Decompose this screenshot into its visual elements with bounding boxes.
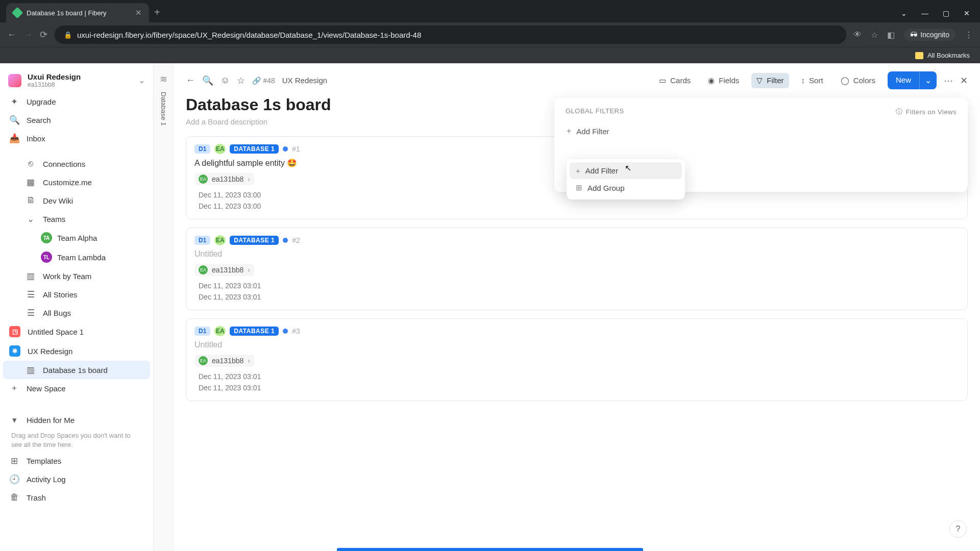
bottom-progress-bar — [337, 548, 643, 551]
back-icon[interactable]: ← — [7, 30, 16, 40]
emoji-button[interactable]: ☺ — [220, 75, 230, 86]
user-avatar-icon: EA — [199, 356, 208, 365]
lock-icon: 🔒 — [64, 31, 72, 39]
group-icon: ⊞ — [576, 183, 582, 192]
sidebar-teams[interactable]: ⌄Teams — [0, 210, 153, 228]
card-number: #2 — [292, 236, 300, 244]
sidebar-templates[interactable]: ⊞Templates — [0, 452, 153, 470]
board-card[interactable]: D1 EA DATABASE 1 #3 Untitled EA ea131bb8… — [186, 318, 968, 401]
tag-d1: D1 — [194, 236, 210, 245]
forward-icon[interactable]: → — [23, 30, 33, 40]
browser-tab[interactable]: Database 1s board | Fibery ✕ — [6, 3, 149, 22]
help-fab[interactable]: ? — [949, 520, 967, 538]
plus-icon: + — [576, 166, 580, 175]
sidebar-ux-redesign[interactable]: ✱UX Redesign — [0, 341, 153, 361]
favicon-icon — [12, 7, 23, 19]
sort-button[interactable]: ↕Sort — [796, 73, 828, 88]
plus-icon: + — [567, 127, 571, 136]
doc-icon: 🗎 — [26, 195, 36, 206]
sidebar-new-space[interactable]: +New Space — [0, 379, 153, 397]
menu-icon[interactable]: ⋮ — [965, 30, 973, 40]
breadcrumb[interactable]: UX Redesign — [282, 76, 327, 85]
extensions-icon[interactable]: ◧ — [887, 30, 895, 40]
tag-ea-icon: EA — [214, 235, 226, 245]
sidebar-db1-board[interactable]: ▥Database 1s board — [3, 361, 150, 379]
sidebar-upgrade[interactable]: ✦Upgrade — [0, 92, 153, 111]
sidebar-work-by-team[interactable]: ▥Work by Team — [0, 267, 153, 285]
sidebar-inbox[interactable]: 📥Inbox — [0, 129, 153, 147]
team-avatar-icon: TA — [41, 232, 52, 243]
list-icon: ☰ — [26, 308, 36, 318]
address-bar[interactable]: 🔒 uxui-redesign.fibery.io/fibery/space/U… — [55, 26, 846, 44]
minimize-icon[interactable]: — — [921, 9, 928, 17]
user-avatar-icon: EA — [199, 265, 208, 274]
sidebar-search[interactable]: 🔍Search — [0, 111, 153, 129]
card-assignee[interactable]: EA ea131bb8 › — [194, 355, 254, 367]
back-button[interactable]: ← — [186, 75, 195, 86]
sidebar-team-lambda[interactable]: TLTeam Lambda — [0, 247, 153, 267]
help-icon: ⓘ — [896, 107, 903, 116]
list-icon: ☰ — [26, 289, 36, 299]
sidebar-customize[interactable]: ▦Customize.me — [0, 173, 153, 191]
inbox-icon: 📥 — [9, 133, 19, 143]
tag-d1: D1 — [194, 327, 210, 336]
column-strip[interactable]: ≋ Database 1 — [153, 63, 174, 551]
filter-panel-heading: GLOBAL FILTERS — [566, 107, 624, 116]
star-button[interactable]: ☆ — [237, 75, 245, 86]
sidebar-all-bugs[interactable]: ☰All Bugs — [0, 304, 153, 322]
fields-button[interactable]: ◉Fields — [703, 73, 744, 88]
trash-icon: 🗑 — [9, 492, 19, 503]
filters-on-views-link[interactable]: ⓘFilters on Views — [896, 107, 957, 116]
sidebar-all-stories[interactable]: ☰All Stories — [0, 285, 153, 304]
card-title: Untitled — [194, 340, 959, 349]
star-icon[interactable]: ☆ — [871, 30, 878, 40]
sidebar-connections[interactable]: ⎋Connections — [0, 155, 153, 173]
workspace-avatar-icon — [8, 74, 21, 87]
chevron-down-icon: ⌄ — [138, 76, 145, 85]
status-dot-icon — [283, 238, 288, 243]
card-date-modified: Dec 11, 2023 03:00 — [194, 201, 959, 212]
reload-icon[interactable]: ⟳ — [40, 29, 47, 40]
sidebar-activity[interactable]: 🕘Activity Log — [0, 470, 153, 488]
maximize-icon[interactable]: ▢ — [943, 9, 949, 17]
more-button[interactable]: ⋯ — [944, 75, 953, 86]
sidebar-trash[interactable]: 🗑Trash — [0, 488, 153, 507]
close-tab-icon[interactable]: ✕ — [135, 8, 142, 17]
filter-button[interactable]: ▽Filter — [751, 73, 789, 88]
entity-id[interactable]: 🔗#48 — [252, 77, 275, 85]
cards-button[interactable]: ▭Cards — [654, 73, 696, 88]
new-tab-button[interactable]: + — [154, 7, 160, 18]
tag-database: DATABASE 1 — [230, 327, 279, 336]
incognito-badge[interactable]: 🕶 Incognito — [904, 29, 955, 41]
card-assignee[interactable]: EA ea131bb8 › — [194, 173, 254, 185]
templates-icon: ⊞ — [9, 456, 19, 466]
workspace-switcher[interactable]: Uxui Redesign ea131bb8 ⌄ — [0, 68, 153, 92]
close-button[interactable]: ✕ — [960, 75, 968, 86]
all-bookmarks[interactable]: All Bookmarks — [927, 52, 970, 59]
colors-button[interactable]: ◯Colors — [836, 73, 880, 88]
team-avatar-icon: TL — [41, 252, 52, 263]
sidebar-untitled-space[interactable]: ◳Untitled Space 1 — [0, 322, 153, 341]
dropdown-add-group[interactable]: ⊞Add Group — [570, 179, 682, 196]
tag-d1: D1 — [194, 144, 210, 154]
sidebar-hidden[interactable]: ▾Hidden for Me — [0, 411, 153, 429]
workspace-name: Uxui Redesign — [28, 72, 132, 81]
card-date-created: Dec 11, 2023 03:01 — [194, 280, 959, 291]
search-button[interactable]: 🔍 — [202, 75, 213, 86]
new-button[interactable]: New — [888, 71, 919, 89]
card-title: Untitled — [194, 249, 959, 259]
sparkle-icon: ✦ — [9, 96, 19, 107]
close-window-icon[interactable]: ✕ — [964, 9, 970, 17]
eye-off-icon[interactable]: 👁 — [853, 30, 862, 39]
dropdown-icon[interactable]: ⌄ — [901, 9, 907, 17]
sidebar-team-alpha[interactable]: TATeam Alpha — [0, 228, 153, 247]
new-dropdown[interactable]: ⌄ — [919, 71, 937, 89]
card-assignee[interactable]: EA ea131bb8 › — [194, 264, 254, 276]
column-label: Database 1 — [160, 92, 167, 126]
dropdown-add-filter[interactable]: +Add Filter — [570, 162, 682, 179]
board-card[interactable]: D1 EA DATABASE 1 #2 Untitled EA ea131bb8… — [186, 228, 968, 310]
add-filter-row[interactable]: +Add Filter — [566, 123, 957, 139]
sidebar-devwiki[interactable]: 🗎Dev Wiki — [0, 191, 153, 210]
space-icon: ◳ — [9, 326, 20, 337]
space-icon: ✱ — [9, 345, 20, 357]
